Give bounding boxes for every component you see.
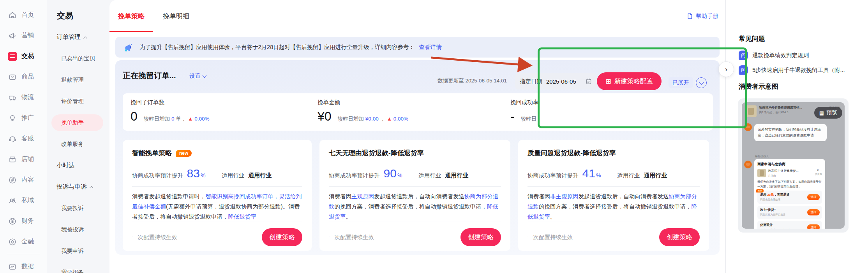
sidebar-item-promotion[interactable]: 推广 <box>0 108 47 128</box>
card-footer-note: 一次配置持续生效 <box>132 234 177 241</box>
shop-icon <box>8 155 17 164</box>
create-strategy-button[interactable]: 创建策略 <box>659 228 700 246</box>
sidebar-item-logistics[interactable]: 物流 <box>0 87 47 108</box>
nav-item-review-management[interactable]: 评价管理 <box>47 91 109 112</box>
product-title: 牧高笛户外折叠椅便携露营钓... <box>759 105 802 110</box>
sidebar-label: 交易 <box>21 52 34 60</box>
headset-icon <box>8 134 17 144</box>
card-title: 智能挽单策略 <box>132 149 172 158</box>
expanded-toggle-label[interactable]: 已展开 <box>669 77 693 88</box>
nav-item-i-appeal[interactable]: 我要申诉 <box>47 240 109 262</box>
faq-item-quickstart-guide[interactable]: 问 5步快速启用千牛退款挽留工具（附... <box>739 65 859 75</box>
nav-item-order-modify-service[interactable]: 改单服务 <box>47 133 109 155</box>
collapse-section-button[interactable] <box>696 77 707 88</box>
sidebar-item-data[interactable]: 数据 <box>0 256 47 273</box>
uplift-label: 协商成功率预计提升 <box>329 172 380 179</box>
sidebar-item-finance[interactable]: 财务 <box>0 211 47 231</box>
nav-item-retain-assistant[interactable]: 挽单助手 <box>47 112 109 133</box>
calendar-icon <box>585 78 592 85</box>
right-help-panel: › 常见问题 问 退款挽单绩效判定规则 问 5步快速启用千牛退款挽留工具（附..… <box>725 0 868 273</box>
nav-group-order-management[interactable]: 订单管理 <box>47 26 109 48</box>
settings-dropdown[interactable]: 设置 <box>189 72 206 80</box>
grid-icon: ▦ <box>819 110 824 116</box>
sidebar-item-trade[interactable]: 交易 <box>0 46 47 66</box>
sidebar-item-marketing[interactable]: 营销 <box>0 25 47 46</box>
bot-label: 客服机器人 <box>755 154 769 158</box>
industry-label: 适用行业 <box>617 172 640 179</box>
nav-item-i-complain[interactable]: 我要投诉 <box>47 198 109 219</box>
panel-collapse-button[interactable]: › <box>718 61 734 77</box>
stats-box: 挽回子订单数 0 较昨日增加 0 单， ▲ 0.00% 挽单金额 ¥0 较昨日增… <box>123 93 713 131</box>
data-updated-text: 数据更新至 2025-06-05 14:01 <box>438 77 507 84</box>
stat-compare: 较昨日 - <box>521 116 540 122</box>
stat-value: 0 <box>131 109 138 124</box>
section-title: 正在挽留订单... <box>123 70 176 81</box>
uplift-unit: % <box>201 172 205 178</box>
industry-value: 通用行业 <box>445 172 468 179</box>
chevron-down-icon <box>202 73 206 77</box>
nav-item-complained[interactable]: 我被投诉 <box>47 219 109 240</box>
bulb-icon <box>8 114 17 123</box>
divider <box>132 186 302 187</box>
tab-retain-detail[interactable]: 挽单明细 <box>159 0 193 32</box>
new-badge: new <box>176 150 192 157</box>
create-strategy-button[interactable]: 创建策略 <box>460 228 501 246</box>
industry-label: 适用行业 <box>418 172 441 179</box>
nav-item-sold-items[interactable]: 已卖出的宝贝 <box>47 48 109 69</box>
nav-item-i-report[interactable]: 我要报备 <box>47 262 109 273</box>
chat-bubble: 亲爱的实在抱歉，我们的商品没有让您满意，这边已经同意您的退货退款申请 <box>754 124 827 141</box>
bot-avatar <box>744 123 752 131</box>
upgrade-notice-banner: 为了提升【售后挽留】应用使用体验，平台将于2月28日起对【售后挽留】应用进行全量… <box>115 37 720 58</box>
sidebar-label: 物流 <box>21 93 34 102</box>
stat-label: 挽单金额 <box>318 99 408 106</box>
uplift-value: 90 <box>384 167 397 180</box>
stat-retain-success-rate: 挽回成功率 - 较昨日 - <box>510 99 540 124</box>
qianniu-seller-workbench: 首页 营销 交易 商品 物流 推广 客服 店铺 <box>0 0 868 273</box>
divider <box>528 186 700 187</box>
help-manual-link[interactable]: 帮助手册 <box>686 0 718 32</box>
sidebar-item-service[interactable]: 客服 <box>0 128 47 149</box>
item-spec: 月牙白 <box>768 174 799 178</box>
date-label: 指定日期 <box>520 78 542 85</box>
nav-group-complaints[interactable]: 投诉与申诉 <box>47 176 109 198</box>
nav-group-hourly-delivery[interactable]: 小时达 <box>47 155 109 176</box>
uplift-label: 协商成功率预计提升 <box>528 172 579 179</box>
goods-icon <box>8 72 17 82</box>
sidebar-item-goods[interactable]: 商品 <box>0 66 47 87</box>
create-strategy-button[interactable]: 创建策略 <box>262 228 302 246</box>
chart-icon <box>8 262 17 271</box>
stat-compare: 较昨日增加 0 单， ▲ 0.00% <box>144 116 210 122</box>
tab-retain-strategy[interactable]: 挽单策略 <box>109 0 153 32</box>
sidebar-label: 店铺 <box>21 155 34 163</box>
uplift-unit: % <box>596 172 601 178</box>
sidebar-item-home[interactable]: 首页 <box>0 5 47 25</box>
strategy-card-quality-issue: 质量问题退货退款-降低退货率 协商成功率预计提升 41 % 适用行业 通用行业 … <box>518 140 709 251</box>
banner-detail-link[interactable]: 查看详情 <box>419 44 442 51</box>
sidebar-label: 客服 <box>21 135 34 143</box>
trade-calendar-icon <box>8 52 17 61</box>
document-icon <box>686 13 693 19</box>
choose-button: 选择 <box>807 209 820 215</box>
stat-value: - <box>510 109 515 124</box>
megaphone-icon <box>8 31 17 40</box>
coin-icon <box>8 237 17 247</box>
sidebar-item-financial[interactable]: 金融 <box>0 231 47 252</box>
sidebar-label: 财务 <box>21 217 34 225</box>
card-title: 质量问题退货退款-降低退货率 <box>528 149 616 158</box>
stat-value: ¥0 <box>318 109 332 124</box>
strategy-card-7day-no-reason: 七天无理由退货退款-降低退货率 协商成功率预计提升 90 % 适用行业 通用行业… <box>319 140 510 251</box>
sidebar-item-content[interactable]: 内容 <box>0 170 47 190</box>
sidebar-item-private-domain[interactable]: 私域 <box>0 190 47 211</box>
nav-item-refund-management[interactable]: 退款管理 <box>47 69 109 91</box>
faq-item-performance-rules[interactable]: 问 退款挽单绩效判定规则 <box>739 51 859 60</box>
negotiation-title: 商家申请与您协商 <box>757 162 822 167</box>
date-picker[interactable]: 指定日期 2025-06-05 <box>515 73 597 89</box>
sidebar-item-shop[interactable]: 店铺 <box>0 149 47 170</box>
preview-overlay-button[interactable]: ▦ 预览 <box>814 107 842 119</box>
plus-icon: ⊞ <box>605 78 611 85</box>
stat-label: 挽回子订单数 <box>131 99 210 106</box>
new-strategy-config-button[interactable]: ⊞ 新建策略配置 <box>597 72 662 90</box>
retaining-orders-section: 正在挽留订单... 设置 数据更新至 2025-06-05 14:01 指定日期… <box>115 60 720 255</box>
hash-icon <box>8 175 17 185</box>
uplift-value: 41 <box>582 167 595 180</box>
